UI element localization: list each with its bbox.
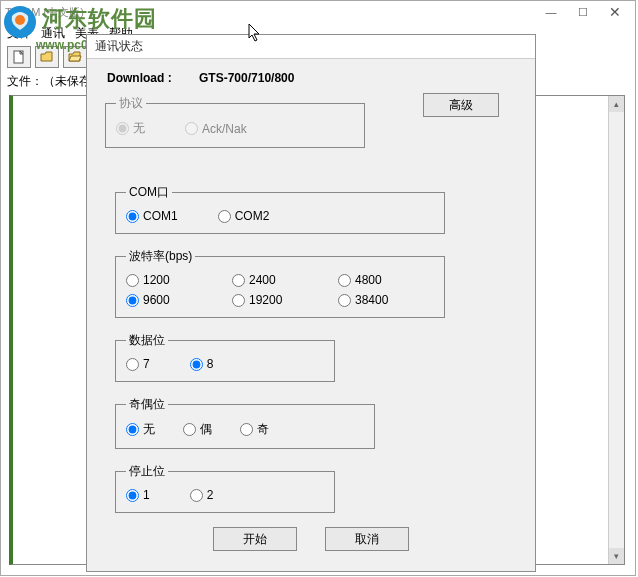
databits-8[interactable]: 8 [190,357,214,371]
com1-label: COM1 [143,209,178,223]
stopbits-1[interactable]: 1 [126,488,150,502]
baud-2400[interactable]: 2400 [232,273,328,287]
com2-radio[interactable] [218,210,231,223]
com1-option[interactable]: COM1 [126,209,178,223]
cancel-button[interactable]: 取消 [325,527,409,551]
databits-legend: 数据位 [126,332,168,349]
baud-9600-radio[interactable] [126,294,139,307]
stopbits-2[interactable]: 2 [190,488,214,502]
start-button[interactable]: 开始 [213,527,297,551]
baud-group: 波特率(bps) 1200 2400 4800 9600 19200 38400 [115,248,445,318]
stopbits-1-radio[interactable] [126,489,139,502]
download-line: Download : GTS-700/710/800 [107,71,517,85]
protocol-legend: 协议 [116,95,146,112]
titlebar: T-COM (中文版) — ☐ ✕ [1,1,635,23]
tool-open-button[interactable] [35,46,59,68]
protocol-group: 协议 无 Ack/Nak [105,95,365,148]
parity-odd[interactable]: 奇 [240,421,269,438]
baud-2400-radio[interactable] [232,274,245,287]
parity-legend: 奇偶位 [126,396,168,413]
stopbits-2-label: 2 [207,488,214,502]
parity-even[interactable]: 偶 [183,421,212,438]
baud-4800-label: 4800 [355,273,382,287]
app-title: T-COM (中文版) [5,5,84,20]
baud-38400-radio[interactable] [338,294,351,307]
open-folder-icon [40,50,54,64]
baud-4800-radio[interactable] [338,274,351,287]
protocol-acknak: Ack/Nak [185,120,247,137]
com1-radio[interactable] [126,210,139,223]
baud-4800[interactable]: 4800 [338,273,434,287]
tool-open2-button[interactable] [63,46,87,68]
menu-comm[interactable]: 通讯 [41,25,65,42]
parity-even-radio[interactable] [183,423,196,436]
baud-2400-label: 2400 [249,273,276,287]
tool-new-button[interactable] [7,46,31,68]
com-legend: COM口 [126,184,172,201]
baud-9600-label: 9600 [143,293,170,307]
minimize-button[interactable]: — [535,2,567,22]
databits-8-radio[interactable] [190,358,203,371]
com2-option[interactable]: COM2 [218,209,270,223]
parity-none-radio[interactable] [126,423,139,436]
databits-7-radio[interactable] [126,358,139,371]
file-label: 文件： [7,73,43,90]
parity-none-label: 无 [143,421,155,438]
maximize-button[interactable]: ☐ [567,2,599,22]
baud-1200-radio[interactable] [126,274,139,287]
databits-7[interactable]: 7 [126,357,150,371]
databits-8-label: 8 [207,357,214,371]
parity-odd-radio[interactable] [240,423,253,436]
baud-1200[interactable]: 1200 [126,273,222,287]
comm-dialog: 通讯状态 Download : GTS-700/710/800 协议 无 Ack… [86,34,536,572]
stopbits-group: 停止位 1 2 [115,463,335,513]
com-group: COM口 COM1 COM2 [115,184,445,234]
parity-odd-label: 奇 [257,421,269,438]
new-file-icon [12,50,26,64]
dialog-title: 通讯状态 [87,35,535,59]
baud-9600[interactable]: 9600 [126,293,222,307]
protocol-acknak-label: Ack/Nak [202,122,247,136]
databits-7-label: 7 [143,357,150,371]
stopbits-2-radio[interactable] [190,489,203,502]
download-label: Download : [107,71,172,85]
baud-38400[interactable]: 38400 [338,293,434,307]
protocol-acknak-radio [185,122,198,135]
download-value: GTS-700/710/800 [199,71,294,85]
baud-19200-radio[interactable] [232,294,245,307]
baud-legend: 波特率(bps) [126,248,195,265]
com2-label: COM2 [235,209,270,223]
scroll-up-button[interactable]: ▴ [609,96,624,112]
protocol-none-label: 无 [133,120,145,137]
stopbits-legend: 停止位 [126,463,168,480]
vertical-scrollbar[interactable]: ▴ ▾ [608,96,624,564]
baud-1200-label: 1200 [143,273,170,287]
open-folder2-icon [68,50,82,64]
protocol-none-radio [116,122,129,135]
baud-19200-label: 19200 [249,293,282,307]
databits-group: 数据位 7 8 [115,332,335,382]
baud-38400-label: 38400 [355,293,388,307]
scroll-down-button[interactable]: ▾ [609,548,624,564]
parity-none[interactable]: 无 [126,421,155,438]
parity-even-label: 偶 [200,421,212,438]
parity-group: 奇偶位 无 偶 奇 [115,396,375,449]
close-button[interactable]: ✕ [599,2,631,22]
advanced-button[interactable]: 高级 [423,93,499,117]
baud-19200[interactable]: 19200 [232,293,328,307]
protocol-none: 无 [116,120,145,137]
stopbits-1-label: 1 [143,488,150,502]
menu-file[interactable]: 文件 [7,25,31,42]
